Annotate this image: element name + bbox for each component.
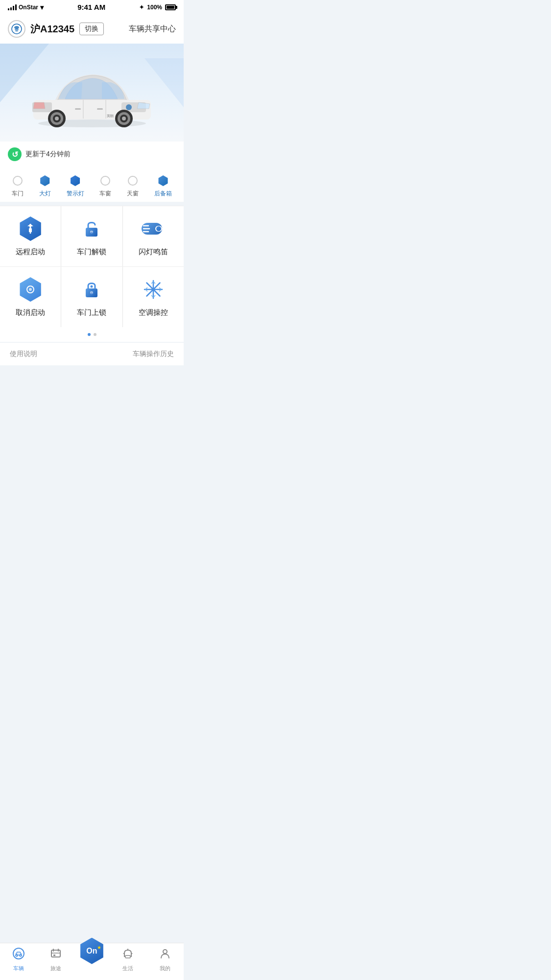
svg-point-18 bbox=[122, 117, 126, 120]
svg-point-14 bbox=[55, 117, 59, 120]
carrier-label: OnStar bbox=[19, 4, 38, 11]
ac-control-label: 空调操控 bbox=[139, 308, 168, 317]
dot-2 bbox=[94, 333, 96, 336]
header: 沪A12345 切换 车辆共享中心 bbox=[0, 14, 184, 44]
door-unlock-label: 车门解锁 bbox=[77, 247, 106, 257]
door-unlock-icon bbox=[79, 216, 104, 241]
svg-rect-28 bbox=[91, 232, 93, 234]
status-bar: OnStar ▾ 9:41 AM ✦ 100% bbox=[0, 0, 184, 14]
door-lock-button[interactable]: 车门上锁 bbox=[61, 267, 122, 327]
trunk-label: 后备箱 bbox=[154, 190, 172, 198]
flash-horn-label: 闪灯鸣笛 bbox=[139, 247, 168, 257]
svg-rect-24 bbox=[29, 228, 32, 232]
ac-control-button[interactable]: 空调操控 bbox=[123, 267, 184, 327]
vehicle-status-icons: 车门 大灯 警示灯 车窗 天窗 后备箱 bbox=[0, 167, 184, 202]
svg-rect-20 bbox=[97, 108, 103, 110]
flash-horn-icon bbox=[141, 216, 166, 241]
status-item-trunk[interactable]: 后备箱 bbox=[154, 175, 172, 198]
svg-point-36 bbox=[29, 288, 32, 291]
share-center-link[interactable]: 车辆共享中心 bbox=[129, 24, 176, 34]
manual-link[interactable]: 使用说明 bbox=[10, 350, 37, 359]
car-image: 英朗 bbox=[24, 53, 161, 132]
headlight-status-icon bbox=[39, 175, 51, 187]
remote-start-label: 远程启动 bbox=[16, 247, 45, 257]
headlight-label: 大灯 bbox=[39, 190, 51, 198]
trunk-status-icon bbox=[157, 175, 169, 187]
status-item-sunroof[interactable]: 天窗 bbox=[127, 175, 139, 198]
svg-rect-19 bbox=[75, 108, 81, 110]
hazard-label: 警示灯 bbox=[67, 190, 84, 198]
door-status-icon bbox=[12, 175, 24, 187]
time-display: 9:41 AM bbox=[77, 3, 105, 11]
ac-control-icon bbox=[141, 277, 166, 302]
dot-1 bbox=[88, 333, 91, 336]
bluetooth-icon: ✦ bbox=[139, 4, 144, 11]
buick-logo bbox=[8, 20, 25, 38]
status-item-door[interactable]: 车门 bbox=[12, 175, 24, 198]
door-label: 车门 bbox=[12, 190, 24, 198]
svg-point-3 bbox=[15, 30, 18, 32]
hazard-status-icon bbox=[70, 175, 81, 187]
plate-number: 沪A12345 bbox=[30, 23, 74, 36]
status-left: OnStar ▾ bbox=[8, 3, 44, 11]
svg-text:英朗: 英朗 bbox=[107, 114, 114, 118]
status-right: ✦ 100% bbox=[139, 4, 176, 11]
refresh-icon[interactable]: ↺ bbox=[8, 147, 22, 161]
bottom-links: 使用说明 车辆操作历史 bbox=[0, 343, 184, 365]
update-text: 更新于4分钟前 bbox=[25, 150, 71, 159]
update-status-bar: ↺ 更新于4分钟前 bbox=[0, 142, 184, 167]
cancel-start-label: 取消启动 bbox=[16, 308, 45, 317]
window-status-icon bbox=[99, 175, 111, 187]
svg-point-31 bbox=[156, 226, 161, 231]
remote-start-icon bbox=[18, 216, 43, 241]
switch-button[interactable]: 切换 bbox=[79, 23, 104, 35]
door-lock-icon bbox=[79, 277, 104, 302]
sunroof-status-icon bbox=[127, 175, 139, 187]
window-label: 车窗 bbox=[99, 190, 111, 198]
status-item-hazard[interactable]: 警示灯 bbox=[67, 175, 84, 198]
controls-grid: 远程启动 车门解锁 bbox=[0, 206, 184, 327]
battery-percent: 100% bbox=[147, 4, 162, 11]
svg-rect-39 bbox=[91, 292, 93, 294]
sunroof-label: 天窗 bbox=[127, 190, 139, 198]
header-left: 沪A12345 切换 bbox=[8, 20, 104, 38]
page-indicator bbox=[0, 327, 184, 342]
svg-point-40 bbox=[91, 286, 93, 288]
battery-icon bbox=[165, 4, 176, 10]
wifi-icon: ▾ bbox=[40, 3, 44, 11]
status-item-window[interactable]: 车窗 bbox=[99, 175, 111, 198]
cancel-start-icon bbox=[18, 277, 43, 302]
door-lock-label: 车门上锁 bbox=[77, 308, 106, 317]
flash-horn-button[interactable]: 闪灯鸣笛 bbox=[123, 206, 184, 266]
svg-point-25 bbox=[29, 226, 31, 228]
svg-point-54 bbox=[152, 288, 154, 290]
remote-start-button[interactable]: 远程启动 bbox=[0, 206, 61, 266]
history-link[interactable]: 车辆操作历史 bbox=[133, 350, 174, 359]
car-silhouette: 英朗 bbox=[24, 56, 161, 129]
status-item-headlight[interactable]: 大灯 bbox=[39, 175, 51, 198]
svg-point-7 bbox=[126, 104, 132, 110]
signal-icon bbox=[8, 4, 17, 10]
controls-section: 远程启动 车门解锁 bbox=[0, 206, 184, 342]
cancel-start-button[interactable]: 取消启动 bbox=[0, 267, 61, 327]
door-unlock-button[interactable]: 车门解锁 bbox=[61, 206, 122, 266]
car-hero-section: 英朗 bbox=[0, 44, 184, 142]
